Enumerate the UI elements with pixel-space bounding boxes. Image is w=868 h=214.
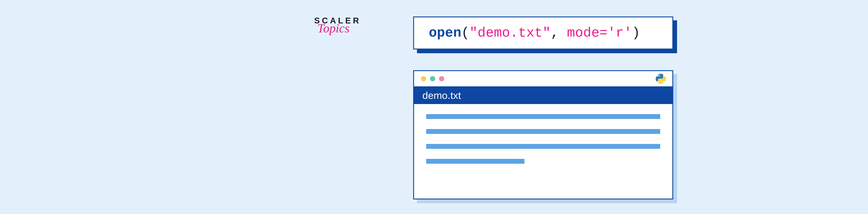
content-line [426, 114, 660, 119]
logo-text-topics: Topics [317, 24, 373, 33]
content-line [426, 129, 660, 134]
code-snippet-container: open("demo.txt", mode='r') [413, 16, 673, 49]
file-content-area [414, 104, 672, 184]
diagram-canvas: SCALER Topics open("demo.txt", mode='r') [0, 0, 868, 214]
code-function-name: open [429, 25, 461, 41]
file-window: demo.txt [413, 70, 673, 200]
window-traffic-lights [421, 76, 444, 81]
filename-bar: demo.txt [414, 86, 672, 104]
content-line [426, 144, 660, 149]
code-close-paren: ) [632, 25, 640, 41]
content-line [426, 159, 524, 164]
code-mode-argument: mode='r' [567, 25, 632, 41]
traffic-light-yellow-icon [421, 76, 426, 81]
code-string-literal: "demo.txt" [469, 25, 551, 41]
python-logo-icon [656, 74, 666, 84]
filename-text: demo.txt [422, 90, 461, 101]
file-window-container: demo.txt [413, 70, 673, 200]
code-snippet: open("demo.txt", mode='r') [413, 16, 673, 49]
traffic-light-green-icon [430, 76, 435, 81]
code-open-paren: ( [461, 25, 469, 41]
window-titlebar [414, 71, 672, 86]
traffic-light-pink-icon [439, 76, 444, 81]
scaler-topics-logo: SCALER Topics [314, 16, 373, 33]
code-separator: , [551, 25, 567, 41]
